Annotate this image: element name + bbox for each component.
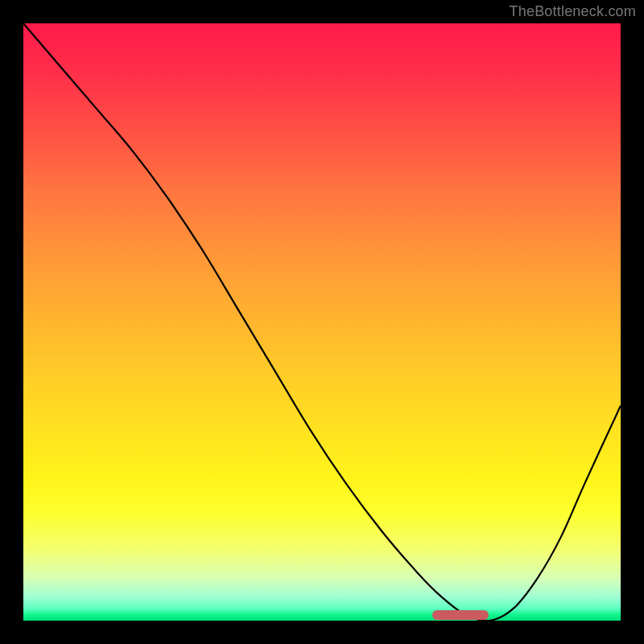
watermark-text: TheBottleneck.com xyxy=(510,3,636,20)
plot-area xyxy=(23,23,621,621)
curve-svg xyxy=(23,23,621,621)
bottleneck-curve xyxy=(23,23,621,621)
optimum-marker xyxy=(432,610,489,620)
chart-frame: TheBottleneck.com xyxy=(0,0,644,644)
